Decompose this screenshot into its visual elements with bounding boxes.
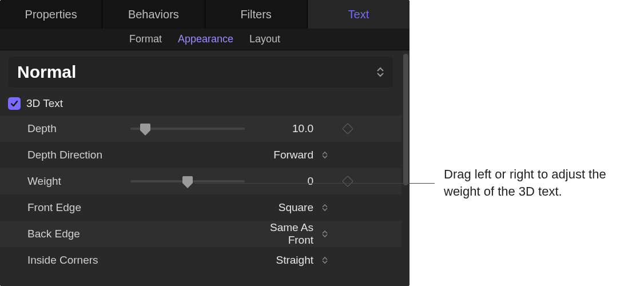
tab-label: Behaviors [128, 8, 179, 21]
depth-direction-value[interactable]: Forward [245, 149, 319, 161]
subtab-label: Appearance [178, 33, 233, 45]
param-row-depth-direction: Depth Direction Forward [0, 142, 401, 168]
param-label: Depth Direction [27, 149, 130, 161]
weight-value[interactable]: 0 [245, 175, 319, 188]
subtab-layout[interactable]: Layout [249, 33, 280, 45]
param-row-front-edge: Front Edge Square [0, 194, 401, 221]
value-stepper[interactable] [319, 204, 331, 211]
subtab-format[interactable]: Format [129, 33, 162, 45]
preset-label: Normal [17, 62, 76, 82]
tab-filters[interactable]: Filters [205, 0, 308, 29]
subtab-appearance[interactable]: Appearance [178, 33, 233, 45]
tab-label: Filters [240, 8, 271, 21]
inspector-body: Normal 3D Text Depth 10.0 [0, 50, 410, 286]
chevron-down-icon [322, 234, 328, 237]
subtab-label: Layout [249, 33, 280, 45]
back-edge-value[interactable]: Same As Front [245, 221, 319, 247]
tab-properties[interactable]: Properties [0, 0, 102, 29]
value-stepper[interactable] [319, 257, 331, 264]
param-label: Weight [27, 175, 130, 188]
empty-cell [130, 202, 245, 213]
param-row-weight: Weight 0 [0, 168, 401, 194]
tab-label: Text [348, 8, 369, 21]
preset-dropdown[interactable]: Normal [8, 56, 393, 88]
tab-label: Properties [25, 8, 77, 21]
param-label: Front Edge [27, 201, 130, 214]
param-row-depth: Depth 10.0 [0, 116, 401, 142]
keyframe-diamond-icon[interactable] [342, 123, 353, 134]
param-label: Inside Corners [27, 254, 130, 267]
checkbox-3d-text[interactable] [8, 97, 21, 110]
chevron-up-down-icon [376, 67, 384, 77]
inside-corners-value[interactable]: Straight [245, 254, 319, 267]
depth-value[interactable]: 10.0 [245, 122, 319, 135]
scrollbar-thumb[interactable] [403, 54, 408, 185]
front-edge-value[interactable]: Square [245, 201, 319, 214]
weight-slider[interactable] [130, 176, 245, 187]
section-header-3d-text: 3D Text [0, 94, 401, 116]
sub-tabs: Format Appearance Layout [0, 29, 410, 50]
empty-cell [130, 255, 245, 266]
param-label: Back Edge [27, 228, 130, 240]
param-row-inside-corners: Inside Corners Straight [0, 247, 401, 273]
main-tabs: Properties Behaviors Filters Text [0, 0, 410, 29]
chevron-down-icon [322, 260, 328, 264]
callout-text: Drag left or right to adjust the weight … [444, 166, 633, 200]
tab-text[interactable]: Text [308, 0, 410, 29]
text-inspector-panel: Properties Behaviors Filters Text Format… [0, 0, 410, 286]
empty-cell [130, 228, 245, 240]
check-icon [10, 99, 19, 108]
chevron-down-icon [322, 155, 328, 158]
subtab-label: Format [129, 33, 162, 45]
value-stepper[interactable] [319, 231, 331, 237]
params-list: Depth 10.0 Depth Direction Forward [0, 116, 401, 273]
tab-behaviors[interactable]: Behaviors [102, 0, 205, 29]
param-row-back-edge: Back Edge Same As Front [0, 221, 401, 247]
chevron-down-icon [322, 208, 328, 211]
value-stepper[interactable] [319, 152, 331, 158]
callout-leader-line [194, 183, 435, 184]
empty-cell [130, 149, 245, 161]
keyframe-cell [331, 177, 365, 185]
depth-slider[interactable] [130, 123, 245, 134]
param-label: Depth [27, 122, 130, 135]
keyframe-cell [331, 125, 365, 133]
section-title: 3D Text [26, 97, 63, 110]
keyframe-diamond-icon[interactable] [342, 176, 353, 187]
